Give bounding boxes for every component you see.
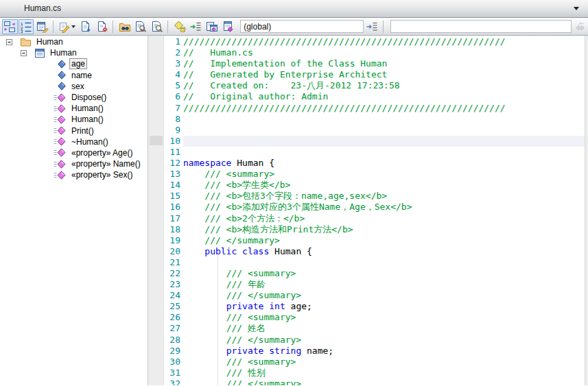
tree-item-label: name (69, 70, 94, 81)
tree-item-propertysex[interactable]: «property» Sex() (0, 169, 148, 180)
tree-item-human[interactable]: Human() (0, 114, 148, 125)
tree-item-human[interactable]: Human (0, 36, 148, 47)
code-line: 17 /// <b>2个方法：</b> (148, 213, 585, 224)
line-number: 28 (148, 335, 183, 346)
code-line: 19 /// </summary> (148, 235, 585, 246)
tab-human-cs[interactable]: Human.cs (24, 3, 61, 13)
save-file-icon[interactable] (78, 19, 94, 34)
find-icon[interactable] (150, 19, 165, 34)
code-line-text: private string name; (183, 346, 585, 357)
method-icon (54, 160, 67, 169)
code-line: 27 /// 姓名 (148, 323, 585, 334)
code-line: 10 (148, 136, 585, 147)
main-area: HumanHumanagenamesexDispose()Human()Huma… (0, 36, 588, 385)
tree-item-name[interactable]: name (0, 70, 148, 81)
tree-item-label: Human() (69, 114, 106, 125)
tree-item-human[interactable]: Human() (0, 103, 148, 114)
code-editor-window: Human.cs 123(global) HumanHumanagenamese… (0, 0, 588, 386)
line-number: 26 (148, 312, 183, 323)
structure-compare-icon[interactable] (2, 19, 18, 34)
synchronize-icon[interactable] (172, 19, 187, 34)
editor-scrollbar[interactable] (585, 36, 588, 385)
goto-line-icon[interactable] (188, 19, 204, 34)
code-line-text: /// 姓名 (183, 323, 585, 334)
method-icon (54, 148, 67, 157)
tree-item-human[interactable]: Human (0, 47, 148, 58)
code-line: 16 /// <b>添加对应的3个属性Name，Age，Sex</b> (148, 202, 585, 213)
tree-item-sex[interactable]: sex (0, 81, 148, 92)
code-line-text: ////////////////////////////////////////… (183, 36, 585, 47)
tree-item-print[interactable]: Print() (0, 125, 148, 136)
code-line: 8 (148, 114, 585, 125)
line-number: 9 (148, 125, 183, 136)
line-number: 4 (148, 69, 183, 80)
tree-item-~human[interactable]: ~Human() (0, 136, 148, 147)
code-line: 11 (148, 147, 585, 158)
line-numbers-icon[interactable]: 123 (19, 19, 34, 34)
tree-item-label: sex (69, 81, 86, 92)
tree-item-propertyname[interactable]: «property» Name() (0, 158, 148, 169)
code-line-text: /// <b>包括3个字段：name,age,sex</b> (183, 191, 585, 202)
line-number: 8 (148, 114, 183, 125)
line-number: 3 (148, 58, 183, 69)
line-number: 20 (148, 246, 183, 257)
toolbar-separator (113, 21, 113, 33)
code-line: 21 (148, 257, 585, 268)
line-number: 10 (148, 136, 183, 147)
class-icon (34, 48, 45, 58)
macro-icon[interactable] (204, 19, 220, 34)
tree-item-propertyage[interactable]: «property» Age() (0, 147, 148, 158)
scope-combo-value: (global) (244, 22, 271, 32)
code-line: 4// Generated by Enterprise Architect (148, 69, 585, 80)
line-number: 17 (148, 213, 183, 224)
tree-item-age[interactable]: age (0, 58, 148, 69)
scope-combo[interactable]: (global) (240, 20, 364, 33)
tab-list-arrow-icon[interactable] (574, 7, 579, 10)
code-line-text: // Human.cs (183, 47, 585, 58)
tab-label: Human.cs (24, 3, 61, 13)
line-number: 14 (148, 180, 183, 191)
code-editor[interactable]: 1///////////////////////////////////////… (148, 36, 588, 385)
code-line-text: namespace Human { (183, 158, 585, 169)
method-icon (54, 137, 67, 146)
code-line: 12namespace Human { (148, 158, 585, 169)
line-number: 11 (148, 147, 183, 158)
line-number: 32 (148, 378, 183, 385)
code-lines: 1///////////////////////////////////////… (148, 36, 585, 385)
edit-dropdown-icon[interactable] (57, 19, 78, 34)
tree-item-dispose[interactable]: Dispose() (0, 92, 148, 103)
code-line: 24 /// </summary> (148, 290, 585, 301)
code-line-text (183, 147, 585, 158)
line-number: 29 (148, 346, 183, 357)
code-line-text: // Original author: Admin (183, 91, 585, 102)
code-line: 22 /// <summary> (148, 268, 585, 279)
code-line: 30 /// <summary> (148, 357, 585, 367)
search-combo[interactable] (390, 20, 572, 33)
code-line-text: // Created on: 23-八月-2012 17:23:58 (183, 80, 585, 91)
tree-item-label: Print() (69, 125, 96, 136)
code-line-text: private int age; (183, 301, 585, 312)
attribute-icon (54, 82, 67, 91)
toolbar-separator (167, 21, 168, 33)
editor-properties-icon[interactable] (34, 19, 50, 34)
code-line: 15 /// <b>包括3个字段：name,age,sex</b> (148, 191, 585, 202)
find-replace-icon[interactable] (133, 19, 149, 34)
code-line: 5// Created on: 23-八月-2012 17:23:58 (148, 80, 585, 91)
tree-expander-icon[interactable] (6, 39, 12, 45)
code-line-text: /// </summary> (183, 290, 585, 301)
code-line-text: /// </summary> (183, 335, 585, 346)
search-in-files-icon[interactable] (117, 19, 132, 34)
line-number: 6 (148, 91, 183, 102)
tree-item-label: Human (48, 47, 79, 58)
element-icon[interactable] (220, 19, 236, 34)
code-line: 9 (148, 125, 585, 136)
cascade-icon[interactable] (572, 19, 588, 34)
member-tree[interactable]: HumanHumanagenamesexDispose()Human()Huma… (0, 36, 148, 385)
toolbar: 123(global) (0, 18, 588, 36)
tree-expander-icon[interactable] (21, 50, 27, 56)
generate-file-icon[interactable] (94, 19, 110, 34)
method-icon (54, 126, 67, 135)
line-number: 16 (148, 202, 183, 213)
goto-definition-icon[interactable] (364, 19, 380, 34)
code-line: 1///////////////////////////////////////… (148, 36, 585, 47)
